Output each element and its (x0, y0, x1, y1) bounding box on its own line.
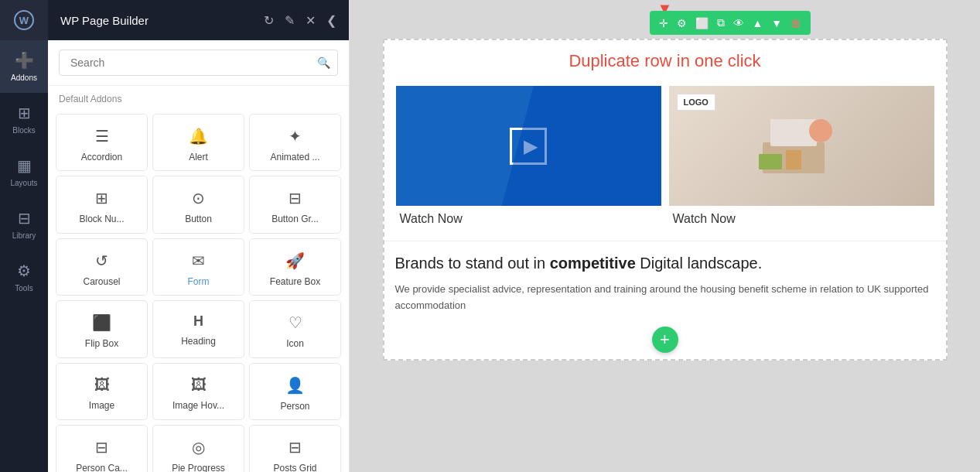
layouts-icon: ▦ (17, 156, 32, 175)
blocks-icon: ⊞ (18, 104, 31, 122)
svg-rect-5 (759, 154, 782, 169)
addon-animated[interactable]: ✦ Animated ... (249, 114, 341, 171)
person-icon: 👤 (285, 376, 305, 395)
form-icon: ✉ (192, 251, 205, 270)
visibility-tool[interactable]: 👁 (730, 15, 747, 31)
alert-icon: 🔔 (189, 127, 208, 145)
settings-tool[interactable]: ⚙ (674, 15, 690, 31)
row-toolbar: ✛ ⚙ ⬜ ⧉ 👁 ▲ ▼ 🗑 (650, 11, 811, 35)
block-num-label: Block Nu... (79, 214, 124, 224)
addons-header: WP Page Builder ↻ ✎ ✕ ❮ (48, 0, 349, 40)
addon-button[interactable]: ⊙ Button (152, 176, 244, 233)
logo-overlay: LOGO (677, 94, 715, 111)
search-input[interactable] (59, 50, 338, 76)
animated-label: Animated ... (270, 152, 319, 162)
addons-icon: ➕ (15, 51, 34, 70)
addon-pie-progress[interactable]: ◎ Pie Progress (152, 425, 244, 472)
duplicate-tool[interactable]: ⧉ (714, 15, 728, 31)
animated-icon: ✦ (289, 127, 302, 145)
feature-box-icon: 🚀 (285, 251, 305, 270)
feature-box-label: Feature Box (270, 276, 320, 287)
posts-grid-label: Posts Grid (273, 463, 316, 472)
heading-label: Heading (181, 336, 216, 347)
library-icon: ⊟ (18, 209, 31, 227)
edit-icon[interactable]: ✎ (285, 13, 295, 28)
body-text: We provide specialist advice, representa… (395, 282, 935, 314)
addon-heading[interactable]: H Heading (152, 300, 244, 357)
move-tool[interactable]: ✛ (656, 15, 671, 31)
addon-icon[interactable]: ♡ Icon (249, 300, 341, 357)
addon-image-hov[interactable]: 🖼 Image Hov... (152, 363, 244, 420)
addon-feature-box[interactable]: 🚀 Feature Box (249, 238, 341, 296)
form-label: Form (188, 276, 210, 287)
image-thumbnail: LOGO (669, 86, 934, 206)
addon-flip-box[interactable]: ⬛ Flip Box (56, 300, 148, 357)
page-canvas: Duplicate row in one click ▶ Watch Now L… (383, 39, 948, 361)
heading-icon: H (193, 313, 203, 330)
headline-text: Brands to stand out in competitive Digit… (395, 252, 935, 274)
button-gr-icon: ⊟ (289, 189, 302, 207)
collapse-icon[interactable]: ❮ (326, 13, 336, 28)
search-icon: 🔍 (317, 56, 330, 69)
duplicate-banner: Duplicate row in one click (384, 40, 946, 82)
carousel-icon: ↺ (95, 251, 108, 270)
image-icon: 🖼 (94, 376, 110, 394)
app-title: WP Page Builder (60, 14, 149, 27)
headline-regular: Brands to stand out in (395, 255, 550, 272)
addon-person-ca[interactable]: ⊟ Person Ca... (56, 425, 148, 472)
delete-tool[interactable]: 🗑 (787, 15, 804, 31)
button-gr-label: Button Gr... (271, 214, 319, 224)
addon-block-num[interactable]: ⊞ Block Nu... (56, 176, 148, 233)
person-label: Person (280, 401, 309, 412)
header-icons: ↻ ✎ ✕ ❮ (264, 13, 336, 28)
addon-alert[interactable]: 🔔 Alert (152, 114, 244, 171)
text-section: Brands to stand out in competitive Digit… (384, 241, 946, 320)
watch-now-label-2: Watch Now (669, 206, 934, 229)
block-num-icon: ⊞ (95, 189, 108, 207)
sidebar-item-blocks[interactable]: ⊞ Blocks (0, 93, 48, 145)
svg-point-4 (809, 119, 832, 142)
video-thumbnail[interactable]: ▶ (396, 86, 661, 206)
addon-button-gr[interactable]: ⊟ Button Gr... (249, 176, 341, 233)
headline-suffix: Digital landscape. (636, 255, 762, 272)
down-tool[interactable]: ▼ (768, 15, 785, 31)
flip-box-icon: ⬛ (92, 313, 111, 332)
copy-tool[interactable]: ⬜ (692, 15, 712, 31)
button-icon: ⊙ (192, 189, 205, 207)
icon-icon: ♡ (289, 313, 302, 332)
media-row: ▶ Watch Now LOGO (384, 82, 946, 241)
addons-section-label: Default Addons (48, 86, 349, 109)
add-row-button[interactable]: + (652, 327, 678, 353)
close-icon[interactable]: ✕ (306, 13, 316, 28)
addon-form[interactable]: ✉ Form (152, 238, 244, 296)
app-logo: W (0, 0, 48, 40)
main-canvas: ▼ ✛ ⚙ ⬜ ⧉ 👁 ▲ ▼ 🗑 Duplicate row in one c… (350, 0, 980, 472)
addon-carousel[interactable]: ↺ Carousel (56, 238, 148, 296)
image-label: Image (89, 400, 114, 411)
addon-accordion[interactable]: ☰ Accordion (56, 114, 148, 171)
headline-bold: competitive (550, 255, 636, 272)
logo-text: LOGO (684, 97, 709, 107)
pie-progress-icon: ◎ (192, 438, 205, 457)
alert-label: Alert (189, 152, 208, 162)
sidebar-item-addons[interactable]: ➕ Addons (0, 40, 48, 93)
sidebar-item-library[interactable]: ⊟ Library (0, 198, 48, 251)
addon-person[interactable]: 👤 Person (249, 363, 341, 420)
posts-grid-icon: ⊟ (289, 438, 302, 457)
person-ca-label: Person Ca... (76, 463, 128, 472)
pie-progress-label: Pie Progress (172, 463, 225, 472)
addon-image[interactable]: 🖼 Image (56, 363, 148, 420)
svg-rect-6 (786, 150, 801, 169)
addon-posts-grid[interactable]: ⊟ Posts Grid (249, 425, 341, 472)
sidebar-item-tools[interactable]: ⚙ Tools (0, 251, 48, 303)
carousel-label: Carousel (83, 276, 120, 287)
video-block: ▶ Watch Now (392, 82, 665, 233)
up-tool[interactable]: ▲ (750, 15, 767, 31)
sidebar-item-layouts[interactable]: ▦ Layouts (0, 145, 48, 198)
refresh-icon[interactable]: ↻ (264, 13, 274, 28)
person-ca-icon: ⊟ (95, 438, 108, 457)
image-hov-label: Image Hov... (172, 400, 224, 411)
button-label: Button (185, 214, 212, 224)
image-hov-icon: 🖼 (191, 376, 207, 394)
search-bar: 🔍 (48, 40, 349, 86)
